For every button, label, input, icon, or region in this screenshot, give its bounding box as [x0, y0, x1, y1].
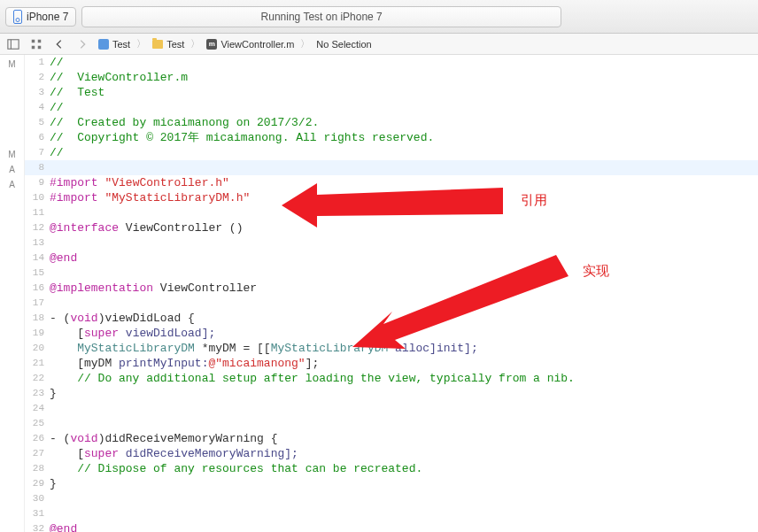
line-number: 24 [25, 401, 50, 416]
separator-icon: 〉 [300, 37, 310, 50]
code-line[interactable]: 15 [25, 266, 758, 281]
code-line[interactable]: 9#import "ViewController.h" [25, 175, 758, 190]
line-number: 6 [25, 130, 50, 145]
code-line[interactable]: 17 [25, 296, 758, 311]
change-marker [0, 328, 24, 343]
svg-rect-3 [38, 39, 42, 42]
code-line[interactable]: 27 [super didReceiveMemoryWarning]; [25, 446, 758, 461]
code-line[interactable]: 13 [25, 235, 758, 251]
change-marker [0, 433, 24, 448]
line-number: 25 [25, 416, 50, 431]
change-marker: M [0, 147, 24, 162]
line-number: 9 [25, 175, 50, 190]
change-marker [0, 403, 24, 418]
code-line[interactable]: 18- (void)viewDidLoad { [25, 311, 758, 326]
code-line[interactable]: 24 [25, 401, 758, 416]
code-line[interactable]: 23} [25, 386, 758, 401]
line-number: 13 [25, 235, 50, 251]
grid-icon [30, 38, 43, 50]
line-number: 26 [25, 431, 50, 446]
code-line[interactable]: 28 // Dispose of any resources that can … [25, 461, 758, 476]
line-number: 10 [25, 190, 50, 205]
line-number: 17 [25, 296, 50, 311]
code-line[interactable]: 11 [25, 205, 758, 220]
code-line[interactable]: 32@end [25, 521, 758, 532]
change-marker [0, 297, 24, 312]
panel-icon [7, 38, 19, 50]
code-content: // Created by micaimanong on 2017/3/2. [50, 115, 319, 130]
code-line[interactable]: 19 [super viewDidLoad]; [25, 326, 758, 341]
breadcrumb-selection[interactable]: No Selection [313, 39, 374, 50]
code-content: - (void)didReceiveMemoryWarning { [50, 431, 277, 446]
change-marker [0, 222, 24, 237]
line-number: 29 [25, 476, 50, 491]
code-content: // [50, 145, 64, 160]
chevron-left-icon [53, 38, 66, 50]
line-number: 7 [25, 145, 50, 160]
code-line[interactable]: 20 MyStaticLibraryDM *myDM = [[MyStaticL… [25, 341, 758, 356]
toolbar: iPhone 7 Running Test on iPhone 7 [0, 0, 758, 34]
code-line[interactable]: 7// [25, 145, 758, 160]
code-line[interactable]: 12@interface ViewController () [25, 220, 758, 235]
code-content: @end [50, 251, 77, 266]
line-number: 30 [25, 491, 50, 506]
code-line[interactable]: 2// ViewController.m [25, 70, 758, 85]
breadcrumb-folder[interactable]: Test [150, 39, 187, 50]
code-content: - (void)viewDidLoad { [50, 311, 195, 326]
code-line[interactable]: 4// [25, 100, 758, 115]
jump-bar: Test 〉 Test 〉 m ViewController.m 〉 No Se… [0, 34, 758, 55]
scheme-selector[interactable]: iPhone 7 [5, 7, 76, 27]
change-marker [0, 312, 24, 328]
forward-button[interactable] [73, 36, 92, 52]
code-line[interactable]: 5// Created by micaimanong on 2017/3/2. [25, 115, 758, 130]
breadcrumb-file[interactable]: m ViewController.m [204, 39, 297, 50]
code-line[interactable]: 25 [25, 416, 758, 431]
code-line[interactable]: 14@end [25, 251, 758, 266]
breadcrumb-project[interactable]: Test [96, 39, 133, 50]
line-number: 19 [25, 326, 50, 341]
code-content: [super viewDidLoad]; [50, 326, 215, 341]
line-number: 18 [25, 311, 50, 326]
m-file-icon: m [206, 39, 217, 50]
change-gutter: MMAA [0, 55, 25, 532]
change-marker [0, 373, 24, 388]
code-line[interactable]: 1// [25, 55, 758, 70]
code-content: // Do any additional setup after loading… [50, 371, 575, 386]
code-content: // Copyright © 2017年 micaimanong. All ri… [50, 130, 434, 145]
code-content: MyStaticLibraryDM *myDM = [[MyStaticLibr… [50, 341, 478, 356]
grid-icon-button[interactable] [27, 36, 46, 52]
code-line[interactable]: 21 [myDM printMyInput:@"micaimanong"]; [25, 356, 758, 371]
line-number: 32 [25, 521, 50, 532]
change-marker [0, 192, 24, 207]
change-marker [0, 463, 24, 478]
code-line[interactable]: 3// Test [25, 85, 758, 100]
code-line[interactable]: 16@implementation ViewController [25, 281, 758, 296]
change-marker [0, 102, 24, 117]
separator-icon: 〉 [190, 37, 200, 50]
code-area[interactable]: 引用 实现 1//2// ViewController.m3// Test4//… [25, 55, 758, 532]
line-number: 12 [25, 220, 50, 235]
line-number: 23 [25, 386, 50, 401]
code-line[interactable]: 26- (void)didReceiveMemoryWarning { [25, 431, 758, 446]
line-number: 16 [25, 281, 50, 296]
line-number: 14 [25, 251, 50, 266]
change-marker [0, 448, 24, 463]
back-button[interactable] [50, 36, 69, 52]
code-line[interactable]: 31 [25, 506, 758, 521]
code-line[interactable]: 30 [25, 491, 758, 506]
svg-rect-4 [32, 45, 35, 49]
code-content: // [50, 55, 64, 70]
code-line[interactable]: 6// Copyright © 2017年 micaimanong. All r… [25, 130, 758, 145]
code-line[interactable]: 29} [25, 476, 758, 491]
change-marker [0, 508, 24, 523]
code-line[interactable]: 10#import "MyStaticLibraryDM.h" [25, 190, 758, 205]
code-line[interactable]: 22 // Do any additional setup after load… [25, 371, 758, 386]
line-number: 20 [25, 341, 50, 356]
change-marker [0, 358, 24, 373]
line-number: 8 [25, 160, 50, 175]
change-marker [0, 87, 24, 102]
iphone-icon [13, 10, 22, 24]
crumb-label: ViewController.m [220, 39, 294, 50]
related-items-button[interactable] [4, 36, 23, 52]
code-line[interactable]: 8 [25, 160, 758, 175]
